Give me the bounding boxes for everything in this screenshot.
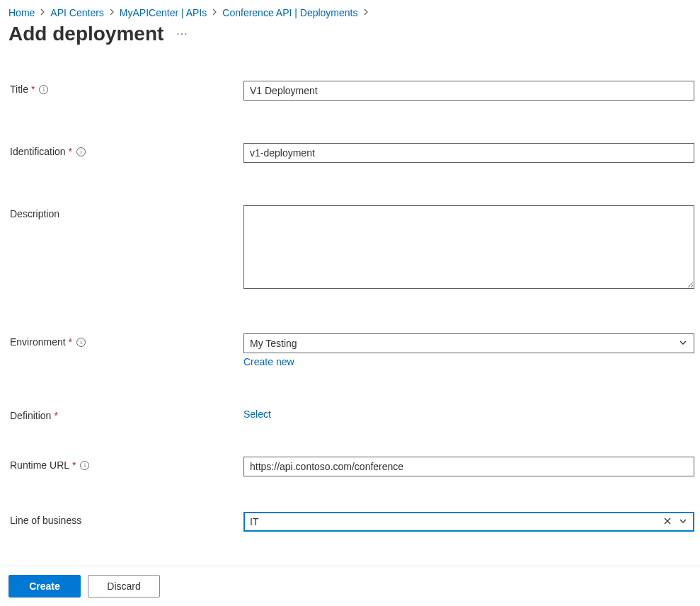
clear-icon[interactable] — [663, 516, 672, 527]
environment-label: Environment * i — [10, 333, 243, 348]
form-row-title: Title * i — [10, 81, 694, 101]
title-label: Title * i — [10, 81, 243, 95]
definition-label: Definition * — [10, 407, 243, 421]
more-icon[interactable]: ··· — [176, 28, 188, 40]
create-new-link[interactable]: Create new — [243, 356, 294, 367]
required-marker: * — [72, 459, 76, 471]
info-icon[interactable]: i — [76, 338, 86, 347]
form-row-runtime-url: Runtime URL * i — [10, 457, 694, 476]
chevron-right-icon — [364, 8, 368, 17]
required-marker: * — [69, 336, 72, 348]
info-icon[interactable]: i — [80, 461, 89, 470]
footer-bar: Create Discard — [0, 566, 700, 606]
create-button[interactable]: Create — [8, 575, 81, 598]
description-label: Description — [10, 205, 243, 219]
title-input[interactable] — [243, 81, 694, 101]
form-row-identification: Identification * i — [10, 143, 694, 163]
discard-button[interactable]: Discard — [88, 575, 160, 598]
breadcrumb-conference-api-deployments[interactable]: Conference API | Deployments — [222, 7, 357, 18]
required-marker: * — [31, 84, 35, 95]
chevron-right-icon — [212, 8, 217, 17]
runtime-url-input[interactable] — [243, 457, 694, 476]
definition-select-link[interactable]: Select — [243, 408, 271, 420]
form-area: Title * i Identification * i Description… — [0, 50, 700, 532]
environment-select[interactable]: My Testing — [243, 333, 694, 353]
breadcrumb-myapicenter-apis[interactable]: MyAPICenter | APIs — [120, 7, 207, 18]
runtime-url-label: Runtime URL * i — [10, 457, 243, 471]
line-of-business-label: Line of business — [10, 512, 243, 526]
info-icon[interactable]: i — [76, 147, 86, 156]
form-row-line-of-business: Line of business IT — [10, 512, 694, 532]
form-row-definition: Definition * Select — [10, 407, 694, 421]
breadcrumb: Home API Centers MyAPICenter | APIs Conf… — [0, 0, 700, 21]
info-icon[interactable]: i — [39, 85, 48, 94]
breadcrumb-home[interactable]: Home — [8, 7, 35, 18]
page-title: Add deployment — [8, 23, 163, 45]
form-row-description: Description — [10, 205, 694, 291]
description-input[interactable] — [243, 205, 694, 289]
line-of-business-select[interactable]: IT — [243, 512, 694, 532]
form-row-environment: Environment * i My Testing Create new — [10, 333, 694, 367]
required-marker: * — [69, 146, 72, 157]
identification-input[interactable] — [243, 143, 694, 163]
chevron-right-icon — [40, 8, 45, 17]
page-header: Add deployment ··· — [0, 21, 700, 50]
required-marker: * — [54, 410, 57, 421]
breadcrumb-api-centers[interactable]: API Centers — [50, 7, 103, 18]
identification-label: Identification * i — [10, 143, 243, 157]
chevron-right-icon — [110, 8, 114, 17]
